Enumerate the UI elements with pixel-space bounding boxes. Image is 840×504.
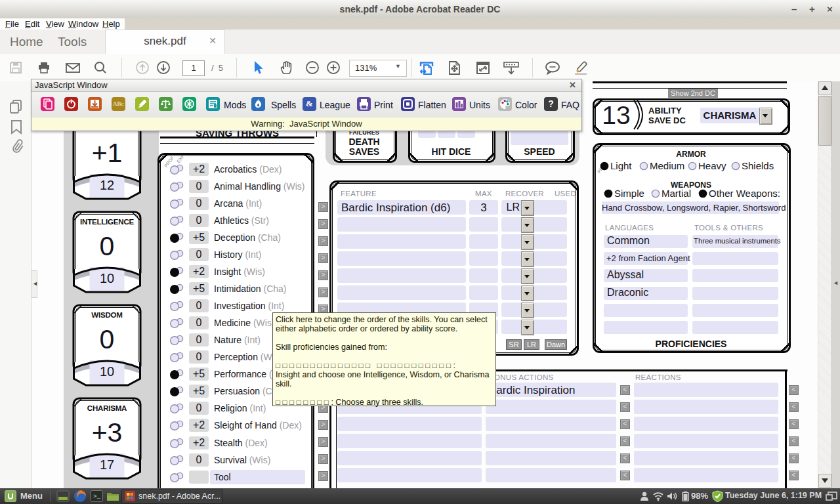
svg-text:>_: >_ <box>93 494 100 500</box>
